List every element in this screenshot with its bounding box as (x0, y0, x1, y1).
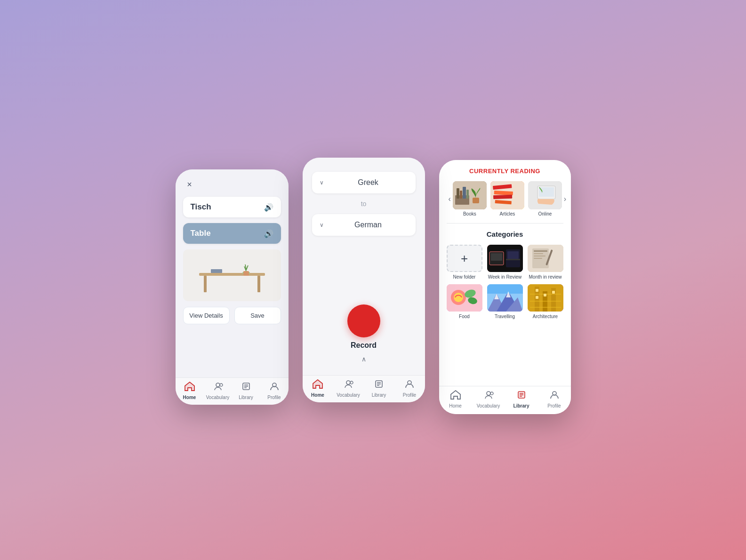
phone-1-bottom-nav: Home Vocabulary Library Profile (176, 377, 289, 405)
month-review-image (528, 245, 563, 272)
nav-vocabulary[interactable]: Vocabulary (206, 382, 230, 400)
svg-rect-34 (491, 253, 502, 261)
carousel-next-arrow[interactable]: › (562, 193, 568, 205)
new-folder-label: New folder (453, 274, 476, 280)
record-button-wrapper: Record ∧ (347, 304, 380, 363)
articles-label: Articles (499, 211, 515, 216)
vocabulary-icon (213, 382, 223, 393)
nav-home[interactable]: Home (178, 382, 201, 400)
svg-rect-23 (473, 198, 479, 203)
month-review-thumbnail (528, 245, 563, 272)
phone-3-bottom-nav: Home Vocabulary Library Profile (439, 386, 571, 414)
sound-icon-translation[interactable]: 🔊 (264, 229, 273, 238)
section-divider (447, 223, 563, 224)
category-food[interactable]: Food (447, 284, 482, 319)
svg-rect-64 (536, 289, 538, 292)
svg-point-69 (490, 392, 493, 395)
svg-point-9 (216, 383, 220, 387)
svg-rect-63 (530, 307, 561, 308)
nav-vocabulary-label-p2: Vocabulary (337, 392, 360, 398)
svg-rect-8 (211, 269, 222, 273)
from-language-text: Greek (329, 178, 408, 187)
nav-home-p2[interactable]: Home (306, 379, 329, 398)
food-thumbnail (447, 284, 482, 312)
reading-item-books[interactable]: Books (453, 181, 487, 216)
books-label: Books (463, 211, 476, 216)
home-icon-p3 (450, 390, 461, 402)
architecture-label: Architecture (533, 314, 558, 319)
record-button[interactable] (347, 304, 380, 337)
nav-library-p2[interactable]: Library (367, 379, 391, 398)
reading-carousel: ‹ (447, 181, 563, 216)
sound-icon-original[interactable]: 🔊 (264, 203, 273, 212)
vocabulary-icon-p3 (483, 390, 494, 402)
category-travelling[interactable]: Travelling (487, 284, 523, 319)
nav-vocabulary-p3[interactable]: Vocabulary (477, 390, 500, 408)
phone-1-content: × Tisch 🔊 Table 🔊 (176, 169, 289, 377)
svg-rect-22 (466, 190, 469, 199)
categories-grid: + New folder (447, 245, 563, 319)
to-connector-text: to (361, 200, 367, 208)
to-language-text: German (329, 221, 408, 229)
category-week-review[interactable]: Week in Review (487, 245, 523, 280)
vocabulary-icon-p2 (343, 379, 353, 391)
svg-rect-41 (534, 253, 543, 254)
currently-reading-title: CURRENTLY READING (447, 168, 563, 175)
svg-rect-54 (487, 284, 523, 294)
svg-line-6 (246, 265, 248, 270)
phone-3-content: CURRENTLY READING ‹ (439, 160, 571, 386)
nav-library-label-p3: Library (513, 403, 529, 408)
nav-profile-p2[interactable]: Profile (398, 379, 421, 398)
category-architecture[interactable]: Architecture (528, 284, 563, 319)
svg-rect-2 (257, 276, 260, 292)
carousel-prev-arrow[interactable]: ‹ (447, 193, 453, 205)
view-details-button[interactable]: View Details (183, 307, 230, 324)
nav-library[interactable]: Library (234, 382, 258, 400)
category-month-review[interactable]: Month in review (528, 245, 563, 280)
nav-vocabulary-label: Vocabulary (206, 395, 229, 400)
books-thumbnail (453, 181, 487, 209)
svg-point-14 (350, 381, 353, 384)
original-word-card: Tisch 🔊 (183, 197, 281, 217)
save-button[interactable]: Save (234, 307, 281, 324)
chevron-from: ∨ (320, 179, 324, 186)
phone-1: × Tisch 🔊 Table 🔊 (176, 169, 289, 405)
svg-rect-43 (534, 258, 542, 259)
food-label: Food (459, 314, 470, 319)
nav-home-label: Home (183, 395, 196, 400)
category-new-folder[interactable]: + New folder (447, 245, 482, 280)
record-label-text: Record (351, 341, 377, 350)
phone-2-content: ∨ Greek to ∨ German Record ∧ (303, 158, 425, 375)
nav-profile-label-p2: Profile (403, 392, 416, 398)
home-icon (184, 382, 195, 393)
reading-item-articles[interactable]: Articles (490, 181, 524, 216)
reading-items-list: Books A (453, 181, 562, 216)
close-button[interactable]: × (183, 178, 196, 191)
architecture-thumbnail (528, 284, 563, 312)
svg-rect-67 (552, 291, 555, 294)
from-language-select[interactable]: ∨ Greek (312, 172, 416, 193)
svg-rect-42 (534, 256, 545, 256)
chevron-up-icon[interactable]: ∧ (361, 355, 366, 363)
library-icon (241, 382, 251, 393)
nav-profile-label-p3: Profile (547, 403, 561, 408)
translation-word-text: Table (191, 229, 211, 238)
phone-2-bottom-nav: Home Vocabulary Library Profile (303, 375, 425, 402)
nav-library-p3[interactable]: Library (510, 390, 533, 408)
profile-icon-p2 (404, 379, 415, 391)
reading-item-online[interactable]: Online (528, 181, 562, 216)
svg-rect-65 (536, 296, 538, 299)
svg-rect-21 (463, 187, 466, 199)
nav-profile-p3[interactable]: Profile (543, 390, 566, 408)
nav-vocabulary-p2[interactable]: Vocabulary (337, 379, 360, 398)
svg-point-10 (220, 384, 223, 386)
nav-home-p3[interactable]: Home (444, 390, 467, 408)
nav-home-label-p2: Home (311, 392, 324, 398)
phone-3: CURRENTLY READING ‹ (439, 160, 571, 414)
nav-profile[interactable]: Profile (263, 382, 286, 400)
to-language-select[interactable]: ∨ German (312, 214, 416, 236)
svg-rect-27 (493, 195, 512, 199)
month-review-label: Month in review (529, 274, 562, 280)
phones-container: × Tisch 🔊 Table 🔊 (176, 146, 571, 414)
nav-library-label-p2: Library (372, 392, 386, 398)
